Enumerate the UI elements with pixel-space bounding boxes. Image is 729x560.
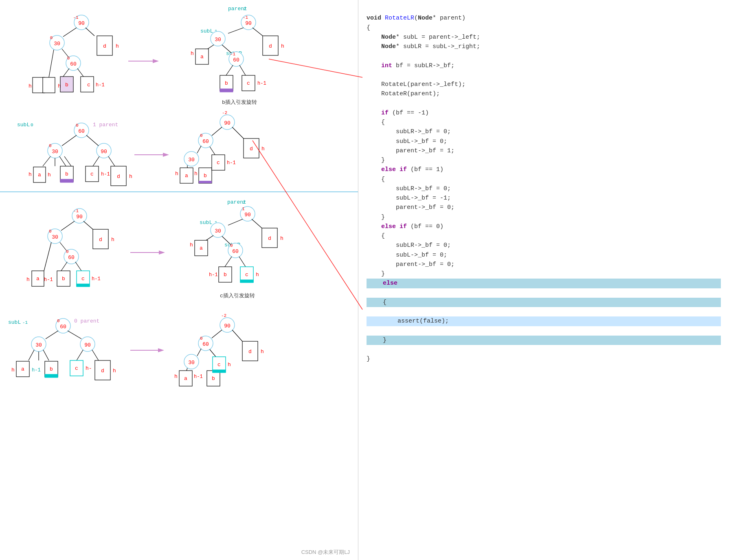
svg-line-13 (77, 68, 83, 77)
svg-rect-239 (213, 370, 226, 373)
svg-text:0: 0 (200, 133, 203, 138)
svg-marker-216 (158, 348, 164, 352)
code-line-16: } (367, 157, 385, 164)
svg-text:30: 30 (188, 360, 195, 366)
code-area: void RotateLR(Node* parent) { Node* subL… (358, 0, 729, 560)
svg-text:60: 60 (78, 128, 85, 134)
svg-line-107 (210, 147, 215, 155)
svg-text:0: 0 (49, 143, 52, 148)
code-line-28: } (367, 270, 385, 277)
code-line-24: { (367, 233, 385, 239)
svg-text:h-1: h-1 (92, 276, 101, 282)
svg-text:h: h (29, 171, 32, 178)
svg-line-10 (62, 49, 68, 57)
svg-line-43 (228, 28, 244, 33)
svg-line-102 (212, 127, 222, 136)
svg-text:0: 0 (200, 336, 203, 341)
svg-text:c: c (247, 80, 250, 86)
svg-text:a: a (21, 366, 24, 372)
code-line-2: { (367, 24, 370, 31)
svg-text:30: 30 (35, 342, 42, 348)
svg-text:2: 2 (244, 7, 246, 11)
svg-text:b: b (212, 376, 215, 382)
svg-text:0: 0 (49, 229, 52, 234)
svg-text:h: h (281, 43, 284, 49)
svg-text:-2: -2 (221, 313, 226, 318)
svg-text:h-1: h-1 (44, 277, 53, 283)
svg-text:h-1: h-1 (227, 160, 236, 166)
svg-text:-2: -2 (222, 110, 227, 115)
svg-text:h-1: h-1 (101, 171, 110, 177)
svg-text:h: h (194, 171, 198, 177)
svg-line-171 (206, 235, 213, 240)
svg-text:2: 2 (243, 200, 246, 205)
svg-text:-1: -1 (243, 15, 248, 20)
svg-line-50 (226, 65, 233, 75)
svg-text:0  parent: 0 parent (74, 318, 99, 324)
code-block: void RotateLR(Node* parent) { Node* subL… (367, 4, 721, 373)
svg-line-165 (228, 219, 243, 225)
svg-text:b: b (62, 276, 65, 282)
svg-text:0: 0 (66, 249, 69, 254)
svg-text:h: h (48, 172, 51, 178)
svg-text:0: 0 (50, 35, 53, 40)
svg-text:h-: h- (86, 365, 92, 371)
svg-text:h: h (26, 277, 30, 283)
svg-text:subL: subL (8, 319, 21, 325)
svg-text:c: c (81, 276, 85, 282)
svg-text:subL: subL (200, 28, 213, 34)
svg-text:c: c (90, 171, 94, 177)
svg-text:h: h (174, 373, 178, 380)
svg-text:90: 90 (244, 212, 251, 218)
svg-line-131 (61, 221, 75, 231)
svg-text:1  parent: 1 parent (93, 122, 118, 128)
code-line-9: RotateR(parent); (367, 90, 440, 97)
svg-text:90: 90 (78, 20, 85, 26)
code-line-21: parent->_bf = 0; (367, 204, 455, 211)
svg-text:h: h (129, 173, 132, 180)
svg-text:b: b (50, 366, 53, 372)
svg-text:a: a (36, 276, 40, 282)
code-line-26: subL->_bf = 0; (367, 252, 447, 259)
code-line-29: else (367, 279, 721, 288)
code-line-4: Node* subLR = subL->_right; (367, 43, 480, 50)
code-line-15: parent->_bf = 1; (367, 147, 455, 154)
svg-text:a: a (200, 245, 203, 251)
svg-text:-1: -1 (22, 320, 28, 325)
svg-text:d: d (117, 173, 120, 180)
svg-text:h-1: h-1 (257, 81, 266, 86)
svg-line-133 (60, 242, 66, 250)
svg-text:30: 30 (52, 149, 58, 155)
svg-text:0: 0 (57, 318, 60, 323)
svg-text:90: 90 (101, 149, 107, 155)
svg-text:h: h (190, 242, 193, 248)
svg-text:d: d (103, 43, 106, 49)
diagram-area: 90 -1 30 0 60 0 a h (0, 0, 358, 560)
svg-line-232 (187, 368, 187, 371)
svg-text:h: h (111, 237, 114, 243)
svg-rect-182 (240, 280, 253, 283)
svg-line-75 (43, 156, 51, 166)
svg-text:d: d (269, 43, 272, 49)
svg-text:b: b (224, 272, 227, 278)
code-line-22: } (367, 214, 385, 221)
svg-line-227 (197, 349, 201, 356)
svg-line-9 (63, 28, 77, 37)
svg-text:h-1: h-1 (194, 374, 203, 380)
code-line-6: int bf = subLR->_bf; (367, 62, 455, 69)
svg-text:a: a (185, 173, 188, 179)
svg-line-11 (86, 28, 94, 36)
svg-rect-206 (45, 374, 58, 378)
svg-text:90: 90 (224, 323, 231, 329)
svg-text:30: 30 (188, 157, 195, 163)
diagram-svg: 90 -1 30 0 60 0 a h (0, 0, 358, 560)
svg-text:b插入引发旋转: b插入引发旋转 (222, 99, 257, 105)
svg-line-208 (92, 350, 99, 360)
watermark: CSDN @未来可期LJ (301, 549, 350, 556)
svg-text:a: a (200, 54, 204, 60)
svg-text:30: 30 (215, 228, 221, 234)
svg-text:d: d (268, 235, 271, 242)
svg-line-207 (77, 350, 83, 360)
code-line-5 (367, 53, 370, 59)
main-container: 90 -1 30 0 60 0 a h (0, 0, 729, 560)
